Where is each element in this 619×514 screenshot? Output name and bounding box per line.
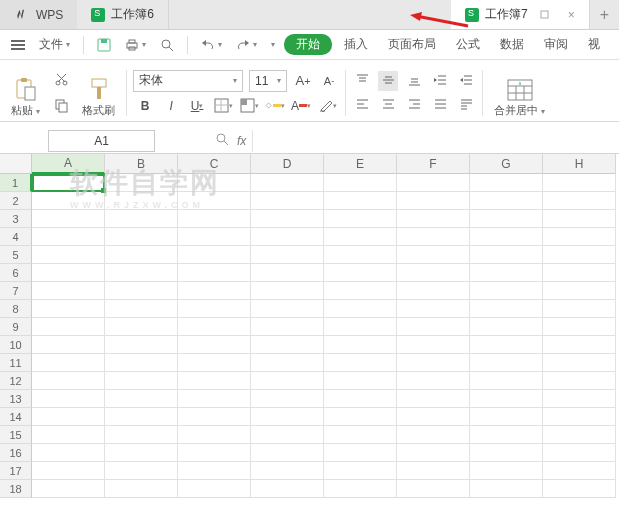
- grid-cell[interactable]: [324, 210, 397, 228]
- row-header[interactable]: 5: [0, 246, 32, 264]
- align-bottom-button[interactable]: [404, 71, 424, 91]
- grid-cell[interactable]: [178, 462, 251, 480]
- grid-cell[interactable]: [397, 210, 470, 228]
- row-header[interactable]: 17: [0, 462, 32, 480]
- column-header[interactable]: A: [32, 154, 105, 174]
- grid-cell[interactable]: [543, 408, 616, 426]
- select-all-corner[interactable]: [0, 154, 32, 174]
- paste-button[interactable]: 粘贴 ▾: [6, 66, 45, 120]
- grid-cell[interactable]: [397, 426, 470, 444]
- grid-cell[interactable]: [543, 300, 616, 318]
- grid-cell[interactable]: [105, 372, 178, 390]
- grid-cell[interactable]: [105, 246, 178, 264]
- grid-cell[interactable]: [324, 318, 397, 336]
- grid-cell[interactable]: [397, 174, 470, 192]
- row-header[interactable]: 3: [0, 210, 32, 228]
- grid-cell[interactable]: [32, 192, 105, 210]
- tab-view[interactable]: 视: [580, 33, 608, 56]
- close-tab-icon[interactable]: ×: [568, 8, 575, 22]
- grid-cell[interactable]: [251, 174, 324, 192]
- font-size-select[interactable]: 11▾: [249, 70, 287, 92]
- grid-cell[interactable]: [251, 426, 324, 444]
- file-menu[interactable]: 文件▾: [34, 33, 75, 56]
- decrease-font-button[interactable]: A-: [319, 71, 339, 91]
- grid-cell[interactable]: [32, 372, 105, 390]
- align-center-button[interactable]: [378, 95, 398, 115]
- merge-center-button[interactable]: a 合并居中 ▾: [489, 66, 550, 120]
- row-header[interactable]: 11: [0, 354, 32, 372]
- grid-cell[interactable]: [543, 228, 616, 246]
- app-menu-button[interactable]: [6, 35, 30, 55]
- save-button[interactable]: [92, 35, 116, 55]
- column-header[interactable]: D: [251, 154, 324, 174]
- grid-cell[interactable]: [32, 228, 105, 246]
- grid-cell[interactable]: [251, 354, 324, 372]
- grid-cell[interactable]: [251, 246, 324, 264]
- grid-cell[interactable]: [543, 354, 616, 372]
- grid-cell[interactable]: [397, 282, 470, 300]
- grid-cell[interactable]: [32, 246, 105, 264]
- grid-cell[interactable]: [178, 480, 251, 498]
- grid-cell[interactable]: [105, 336, 178, 354]
- grid-cell[interactable]: [543, 246, 616, 264]
- grid-cell[interactable]: [32, 264, 105, 282]
- grid-cell[interactable]: [105, 390, 178, 408]
- fx-label[interactable]: fx: [237, 134, 246, 148]
- format-painter-button[interactable]: 格式刷: [77, 66, 120, 120]
- row-header[interactable]: 6: [0, 264, 32, 282]
- underline-button[interactable]: U▾: [187, 96, 207, 116]
- grid-cell[interactable]: [105, 354, 178, 372]
- grid-cell[interactable]: [251, 264, 324, 282]
- grid-cell[interactable]: [543, 192, 616, 210]
- print-button[interactable]: ▾: [120, 35, 151, 55]
- undo-button[interactable]: ▾: [196, 35, 227, 55]
- grid-cell[interactable]: [397, 228, 470, 246]
- grid-cell[interactable]: [32, 318, 105, 336]
- grid-cell[interactable]: [470, 462, 543, 480]
- grid-cell[interactable]: [32, 462, 105, 480]
- grid-cell[interactable]: [251, 390, 324, 408]
- grid-cell[interactable]: [470, 390, 543, 408]
- grid-cell[interactable]: [470, 318, 543, 336]
- row-header[interactable]: 10: [0, 336, 32, 354]
- grid-cell[interactable]: [251, 462, 324, 480]
- grid-cell[interactable]: [324, 462, 397, 480]
- column-header[interactable]: C: [178, 154, 251, 174]
- row-header[interactable]: 4: [0, 228, 32, 246]
- grid-cell[interactable]: [324, 408, 397, 426]
- grid-cell[interactable]: [470, 354, 543, 372]
- font-name-select[interactable]: 宋体▾: [133, 70, 243, 92]
- grid-cell[interactable]: [324, 336, 397, 354]
- grid-cell[interactable]: [178, 426, 251, 444]
- italic-button[interactable]: I: [161, 96, 181, 116]
- grid-cell[interactable]: [251, 336, 324, 354]
- overflow-menu[interactable]: ▾: [266, 37, 280, 52]
- grid-cell[interactable]: [251, 192, 324, 210]
- grid-cell[interactable]: [251, 210, 324, 228]
- grid-cell[interactable]: [543, 372, 616, 390]
- grid-cell[interactable]: [470, 228, 543, 246]
- grid-cell[interactable]: [105, 480, 178, 498]
- column-header[interactable]: H: [543, 154, 616, 174]
- grid-cell[interactable]: [324, 426, 397, 444]
- row-header[interactable]: 18: [0, 480, 32, 498]
- new-tab-button[interactable]: +: [590, 0, 619, 29]
- align-middle-button[interactable]: [378, 71, 398, 91]
- tab-start[interactable]: 开始: [284, 34, 332, 55]
- grid-cell[interactable]: [470, 426, 543, 444]
- grid-cell[interactable]: [470, 480, 543, 498]
- grid-cell[interactable]: [397, 444, 470, 462]
- grid-cell[interactable]: [178, 264, 251, 282]
- orientation-button[interactable]: [456, 95, 476, 115]
- fill-color-button[interactable]: ▾: [265, 96, 285, 116]
- decrease-indent-button[interactable]: [430, 71, 450, 91]
- justify-button[interactable]: [430, 95, 450, 115]
- tab-page-layout[interactable]: 页面布局: [380, 33, 444, 56]
- grid-cell[interactable]: [543, 264, 616, 282]
- grid-cell[interactable]: [543, 174, 616, 192]
- grid-cell[interactable]: [178, 246, 251, 264]
- grid-cell[interactable]: [543, 210, 616, 228]
- grid-cell[interactable]: [105, 174, 178, 192]
- redo-button[interactable]: ▾: [231, 35, 262, 55]
- increase-indent-button[interactable]: [456, 71, 476, 91]
